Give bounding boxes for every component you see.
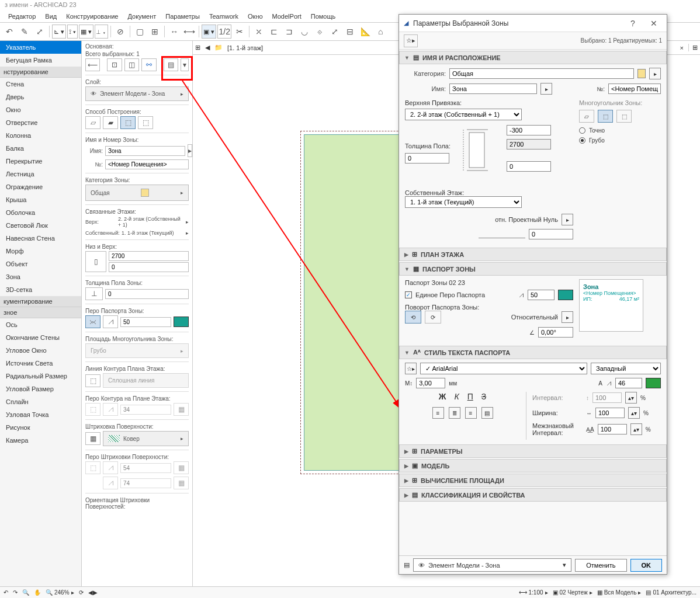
kern-step-icon[interactable]: ▴▾ (630, 423, 642, 435)
name-arrow-icon[interactable]: ▸ (540, 83, 552, 95)
ok-button[interactable]: OK (630, 559, 663, 572)
poly-mode3-icon[interactable]: ⬚ (616, 110, 632, 123)
method-4-icon[interactable]: ⬚ (138, 116, 153, 129)
pen-swatch[interactable] (174, 317, 189, 327)
menu-document[interactable]: Документ (124, 12, 160, 21)
tool-spline[interactable]: Сплайн (0, 395, 81, 408)
width-step-icon[interactable]: ▴▾ (628, 407, 640, 419)
toolbar-suspend-icon[interactable]: ⊘ (113, 25, 127, 39)
num-input[interactable] (105, 159, 189, 169)
name-arrow-icon[interactable]: ▸ (188, 144, 192, 157)
toolbar-resize-icon[interactable]: ⤢ (328, 25, 342, 39)
toolbar-ruler[interactable]: ⟂ ▾ (95, 25, 108, 39)
bold-icon[interactable]: Ж (439, 392, 446, 401)
font-favorite-icon[interactable]: ☆▸ (405, 363, 417, 374)
category-selector[interactable]: Общая ▸ (85, 185, 189, 201)
toolbar-dim1-icon[interactable]: ↔ (167, 25, 181, 39)
model-value[interactable]: Вся Модель (604, 589, 637, 596)
kern-field[interactable] (598, 424, 627, 434)
toolbar-window-icon[interactable]: ▢ (133, 25, 147, 39)
contour-icon[interactable]: ⬚ (85, 374, 101, 387)
toolbar-fillet-icon[interactable]: ◡ (297, 25, 311, 39)
toolbar-eyedrop-icon[interactable]: ⤢ (33, 25, 47, 39)
pen-mode2-icon[interactable]: ⩘ (103, 315, 118, 328)
toolbar-scissors-icon[interactable]: ⤫ (252, 25, 266, 39)
tool-door[interactable]: Дверь (0, 91, 81, 103)
pen-mode1-icon[interactable]: ⩙ (85, 315, 101, 328)
script-select[interactable]: Западный (591, 363, 661, 374)
toolbar-layer[interactable]: ▦ ▾ (79, 25, 93, 39)
help-icon[interactable]: ? (625, 16, 641, 30)
section-classification[interactable]: ▶▤КЛАССИФИКАЦИЯ И СВОЙСТВА (399, 488, 667, 502)
tool-wallend[interactable]: Окончание Стены (0, 331, 81, 344)
tool-skylight[interactable]: Световой Люк (0, 219, 81, 232)
poly-mode1-icon[interactable]: ▱ (579, 110, 594, 123)
category-swatch[interactable] (637, 69, 646, 78)
tab-prev-icon[interactable]: ◀ (205, 44, 210, 51)
zoom-value[interactable]: 246% (54, 589, 70, 596)
pen-input[interactable] (120, 317, 171, 327)
toolbar-marker[interactable]: ▣ ▾ (202, 25, 216, 39)
tab-label[interactable]: [1. 1-й этаж] (227, 44, 263, 51)
text-pen-field[interactable] (615, 378, 642, 388)
toolbar-home-icon[interactable]: ⌂ (373, 25, 387, 39)
layer-selector[interactable]: 👁 Элемент Модели - Зона ▸ (85, 86, 189, 101)
font-size-field[interactable] (416, 378, 445, 388)
floor-thick-input[interactable] (105, 289, 189, 299)
area-mode-selector[interactable]: Грубо ▸ (85, 343, 189, 358)
hatch-icon[interactable]: ▦ (85, 432, 101, 445)
linked-top-val[interactable]: 2. 2-й этаж (Собственный + 1) (118, 216, 183, 228)
tool-object[interactable]: Объект (0, 258, 81, 270)
name-input[interactable] (105, 146, 185, 156)
menu-construct[interactable]: Конструирование (63, 12, 122, 21)
poly-exact-radio[interactable] (579, 127, 585, 134)
toolbar-edit-icon[interactable]: ✎ (18, 25, 32, 39)
contour-selector[interactable]: Сплошная линия (103, 373, 189, 388)
section-model[interactable]: ▶▣МОДЕЛЬ (399, 459, 667, 472)
toolbar-dim2-icon[interactable]: ⟷ (182, 25, 196, 39)
sb-redo-icon[interactable]: ↷ (13, 589, 18, 596)
menu-editor[interactable]: Редактор (5, 12, 39, 21)
name-field[interactable] (449, 84, 537, 94)
menu-view[interactable]: Вид (41, 12, 60, 21)
stamp-pen-field[interactable] (528, 290, 555, 300)
sb-zoom-icon[interactable]: 🔍 (22, 589, 29, 596)
toolbar-split-icon[interactable]: ⊟ (343, 25, 357, 39)
toolbar-trim-icon[interactable]: ⊏ (267, 25, 281, 39)
proj-zero-arrow-icon[interactable]: ▸ (562, 214, 573, 225)
poly-mode2-icon[interactable]: ⬚ (598, 110, 613, 123)
section-name-location[interactable]: ▼ ▤ ИМЯ И РАСПОЛОЖЕНИЕ (399, 51, 667, 64)
tool-drawing[interactable]: Рисунок (0, 421, 81, 434)
single-pen-check[interactable]: ✓ (405, 291, 412, 298)
section-text-style[interactable]: ▼Aᴬ СТИЛЬ ТЕКСТА ПАСПОРТА (399, 346, 667, 359)
top-offset-field[interactable] (507, 125, 551, 135)
stamp-pen-swatch[interactable] (558, 290, 573, 300)
toolbar-grid-icon[interactable]: ⊞ (148, 25, 162, 39)
strike-icon[interactable]: З (481, 392, 486, 401)
sb-orbit-icon[interactable]: ⟳ (79, 589, 84, 596)
bot-offset-field[interactable] (507, 161, 551, 172)
geometry-method-1-icon[interactable]: ⟵ (85, 58, 100, 71)
cpen-swatch-icon[interactable]: ▦ (174, 403, 189, 416)
toolbar-grid[interactable]: ⟟ ▾ (67, 25, 78, 39)
tab-close-icon[interactable]: × (680, 44, 684, 51)
method-3-icon[interactable]: ⬚ (120, 116, 136, 129)
menu-params[interactable]: Параметры (162, 12, 203, 21)
height-bot-input[interactable] (109, 262, 189, 272)
own-story-select[interactable]: 1. 1-й этаж (Текущий) (405, 196, 522, 208)
menu-teamwork[interactable]: Teamwork (206, 12, 242, 21)
tool-wall[interactable]: Стена (0, 78, 81, 91)
settings-dialog-icon[interactable]: ▤ (164, 58, 178, 71)
toolbar-offset-icon[interactable]: ⟐ (313, 25, 327, 39)
link-icon[interactable]: ⚯ (141, 58, 156, 71)
align-center-icon[interactable]: ≣ (449, 407, 460, 419)
hpen1-icon[interactable]: ⬚ (85, 461, 101, 474)
align-justify-icon[interactable]: ▤ (481, 407, 493, 419)
width-field[interactable] (595, 408, 625, 418)
tool-mesh[interactable]: 3D-сетка (0, 283, 81, 296)
menu-modelport[interactable]: ModelPort (269, 12, 305, 21)
tool-camera[interactable]: Камера (0, 434, 81, 447)
tool-column[interactable]: Колонна (0, 129, 81, 142)
select-mode-1-icon[interactable]: ⊡ (107, 58, 122, 71)
rot-mode1-icon[interactable]: ⟲ (405, 311, 421, 324)
